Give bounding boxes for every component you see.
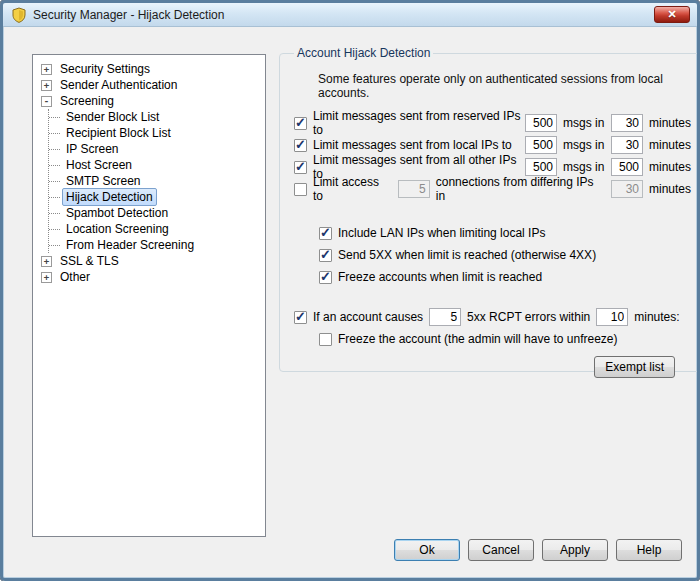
rcpt-errors-checkbox[interactable] [294,311,307,324]
titlebar[interactable]: Security Manager - Hijack Detection ✕ [3,3,697,27]
msgs-in-label: msgs in [563,160,611,174]
access-minutes-input[interactable] [611,180,643,198]
tree-item-from-header-screening[interactable]: From Header Screening [49,237,263,253]
apply-button[interactable]: Apply [542,539,608,561]
expand-icon[interactable]: + [41,256,52,267]
tree-connector [49,213,60,214]
tree-connector [49,165,60,166]
tree-item-host-screen[interactable]: Host Screen [49,157,263,173]
tree-connector [49,133,60,134]
include-lan-ips-label: Include LAN IPs when limiting local IPs [338,226,545,240]
group-intro-text: Some features operate only on authentica… [318,72,691,100]
freeze-accounts-checkbox[interactable] [319,271,332,284]
local-minutes-input[interactable] [611,136,643,154]
security-manager-window: Security Manager - Hijack Detection ✕ + … [0,0,700,581]
tree-connector [49,181,60,182]
dialog-buttonbar: Ok Cancel Apply Help [394,539,682,561]
tree-connector [49,117,60,118]
collapse-icon[interactable]: - [41,96,52,107]
minutes-label: minutes [649,116,691,130]
freeze-account-checkbox[interactable] [319,333,332,346]
cancel-button[interactable]: Cancel [468,539,534,561]
reserved-msgs-input[interactable] [525,114,557,132]
limit-reserved-ips-label: Limit messages sent from reserved IPs to [313,109,525,137]
tree-item-location-screening[interactable]: Location Screening [49,221,263,237]
exempt-list-row: Exempt list [292,356,691,378]
minutes-label: minutes: [634,310,679,324]
help-button[interactable]: Help [616,539,682,561]
dialog-client-area: + Security Settings + Sender Authenticat… [6,30,694,575]
limit-access-label: Limit access to [313,175,392,203]
tree-item-ssl-tls[interactable]: + SSL & TLS [39,253,263,269]
tree-item-label[interactable]: Other [56,268,94,286]
tree-item-hijack-detection[interactable]: Hijack Detection [49,189,263,205]
freeze-accounts-row: Freeze accounts when limit is reached [292,266,691,288]
rcpt-within-label: 5xx RCPT errors within [467,310,590,324]
expand-icon[interactable]: + [41,272,52,283]
tree-connector [49,197,60,198]
send-5xx-checkbox[interactable] [319,249,332,262]
expand-icon[interactable]: + [41,64,52,75]
expand-icon[interactable]: + [41,80,52,91]
limit-local-ips-checkbox[interactable] [294,139,307,152]
tree-item-ip-screen[interactable]: IP Screen [49,141,263,157]
settings-tree[interactable]: + Security Settings + Sender Authenticat… [32,54,266,537]
include-lan-ips-row: Include LAN IPs when limiting local IPs [292,222,691,244]
freeze-account-row: Freeze the account (the admin will have … [292,328,691,350]
limit-access-row: Limit access to connections from differi… [292,178,691,200]
msgs-in-label: msgs in [563,116,611,130]
screening-children: Sender Block List Recipient Block List I… [48,109,263,253]
rcpt-errors-label: If an account causes [313,310,423,324]
reserved-minutes-input[interactable] [611,114,643,132]
account-hijack-detection-group: Account Hijack Detection Some features o… [279,46,700,372]
msgs-in-label: msgs in [563,138,611,152]
other-minutes-input[interactable] [611,158,643,176]
spacer [292,200,691,222]
tree-connector [49,245,60,246]
send-5xx-row: Send 5XX when limit is reached (otherwis… [292,244,691,266]
send-5xx-label: Send 5XX when limit is reached (otherwis… [338,248,596,262]
limit-other-ips-checkbox[interactable] [294,161,307,174]
rcpt-errors-row: If an account causes 5xx RCPT errors wit… [292,306,691,328]
freeze-accounts-label: Freeze accounts when limit is reached [338,270,542,284]
tree-item-spambot-detection[interactable]: Spambot Detection [49,205,263,221]
tree-item-smtp-screen[interactable]: SMTP Screen [49,173,263,189]
include-lan-ips-checkbox[interactable] [319,227,332,240]
shield-icon [11,7,27,23]
minutes-label: minutes [649,182,691,196]
minutes-label: minutes [649,138,691,152]
tree-item-sender-block-list[interactable]: Sender Block List [49,109,263,125]
tree-item-sender-authentication[interactable]: + Sender Authentication [39,77,263,93]
tree-connector [49,149,60,150]
connections-input[interactable] [398,180,430,198]
local-msgs-input[interactable] [525,136,557,154]
tree-item-security-settings[interactable]: + Security Settings [39,61,263,77]
rcpt-errors-block: If an account causes 5xx RCPT errors wit… [292,306,691,350]
connections-differing-label: connections from differing IPs in [436,175,605,203]
tree-item-recipient-block-list[interactable]: Recipient Block List [49,125,263,141]
tree-item-other[interactable]: + Other [39,269,263,285]
close-button[interactable]: ✕ [654,6,690,23]
limit-reserved-ips-checkbox[interactable] [294,117,307,130]
rcpt-count-input[interactable] [429,308,461,326]
group-title: Account Hijack Detection [294,46,433,60]
freeze-account-label: Freeze the account (the admin will have … [338,332,617,346]
other-msgs-input[interactable] [525,158,557,176]
minutes-label: minutes [649,160,691,174]
tree-item-screening[interactable]: - Screening [39,93,263,109]
tree-connector [49,229,60,230]
limit-reserved-ips-row: Limit messages sent from reserved IPs to… [292,112,691,134]
window-title: Security Manager - Hijack Detection [33,8,224,22]
ok-button[interactable]: Ok [394,539,460,561]
limit-access-checkbox[interactable] [294,183,307,196]
exempt-list-button[interactable]: Exempt list [594,356,675,378]
rcpt-minutes-input[interactable] [596,308,628,326]
limit-local-ips-label: Limit messages sent from local IPs to [313,138,525,152]
